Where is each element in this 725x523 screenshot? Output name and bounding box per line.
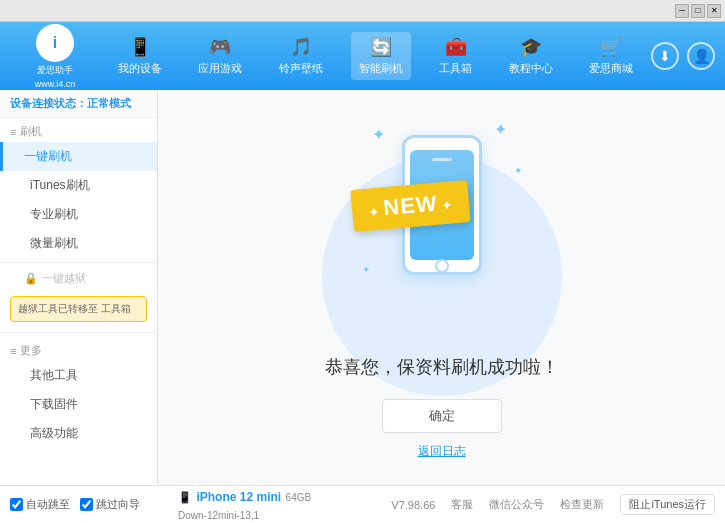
nav-right-controls: ⬇ 👤 <box>651 42 715 70</box>
star-icon-1: ✦ <box>372 125 385 144</box>
bottom-bar: 自动跳至 跳过向导 📱 iPhone 12 mini 64GB Down-12m… <box>0 485 725 523</box>
close-button[interactable]: ✕ <box>707 4 721 18</box>
bottom-left: 自动跳至 跳过向导 <box>10 497 168 512</box>
micro-flash-label: 微量刷机 <box>30 236 78 250</box>
skip-wizard-check[interactable] <box>80 498 93 511</box>
pro-flash-label: 专业刷机 <box>30 207 78 221</box>
device-icon: 📱 <box>178 491 192 503</box>
nav-tutorial-label: 教程中心 <box>509 61 553 76</box>
logo-symbol: i <box>53 34 57 52</box>
nav-tutorial[interactable]: 🎓 教程中心 <box>501 32 561 80</box>
maximize-button[interactable]: □ <box>691 4 705 18</box>
device-info: 📱 iPhone 12 mini 64GB Down-12mini-13,1 <box>168 487 391 523</box>
status-value: 正常模式 <box>87 97 131 109</box>
main-content: ✦ ✦ ✦ ✦ NEW 恭喜您，保资料刷机成功啦！ 确定 返回日志 <box>158 90 725 485</box>
sidebar-item-advanced[interactable]: 高级功能 <box>0 419 157 448</box>
content-area: 设备连接状态：正常模式 ≡ 刷机 一键刷机 iTunes刷机 专业刷机 微量刷机 <box>0 90 725 485</box>
section-more-icon: ≡ <box>10 345 16 357</box>
nav-store-label: 爱思商城 <box>589 61 633 76</box>
nav-apps-games[interactable]: 🎮 应用游戏 <box>190 32 250 80</box>
jailbreak-notice-text: 越狱工具已转移至 工具箱 <box>18 303 131 314</box>
customer-service-link[interactable]: 客服 <box>451 497 473 512</box>
jailbreak-label: 一键越狱 <box>42 271 86 286</box>
top-nav: i 爱思助手 www.i4.cn 📱 我的设备 🎮 应用游戏 🎵 铃声壁纸 🔄 … <box>0 22 725 90</box>
logo-url: www.i4.cn <box>35 79 76 89</box>
smart-flash-icon: 🔄 <box>370 36 392 58</box>
success-message: 恭喜您，保资料刷机成功啦！ <box>325 355 559 379</box>
back-log-link[interactable]: 返回日志 <box>418 443 466 460</box>
star-icon-2: ✦ <box>494 120 507 139</box>
sidebar: 设备连接状态：正常模式 ≡ 刷机 一键刷机 iTunes刷机 专业刷机 微量刷机 <box>0 90 158 485</box>
auto-jump-check[interactable] <box>10 498 23 511</box>
nav-toolbox[interactable]: 🧰 工具箱 <box>431 32 480 80</box>
phone-home-button <box>435 259 449 273</box>
store-icon: 🛒 <box>600 36 622 58</box>
sidebar-item-pro-flash[interactable]: 专业刷机 <box>0 200 157 229</box>
user-button[interactable]: 👤 <box>687 42 715 70</box>
star-icon-3: ✦ <box>514 165 522 176</box>
nav-toolbox-label: 工具箱 <box>439 61 472 76</box>
one-click-flash-label: 一键刷机 <box>24 149 72 163</box>
nav-ringtones-label: 铃声壁纸 <box>279 61 323 76</box>
sidebar-section-flash: ≡ 刷机 <box>0 118 157 142</box>
auto-jump-checkbox[interactable]: 自动跳至 <box>10 497 70 512</box>
check-update-link[interactable]: 检查更新 <box>560 497 604 512</box>
sidebar-section-jailbreak: 🔒 一键越狱 <box>0 267 157 290</box>
nav-my-device-label: 我的设备 <box>118 61 162 76</box>
divider-1 <box>0 262 157 263</box>
status-label: 设备连接状态： <box>10 97 87 109</box>
download-firmware-label: 下载固件 <box>30 397 78 411</box>
sidebar-item-one-click-flash[interactable]: 一键刷机 <box>0 142 157 171</box>
divider-2 <box>0 332 157 333</box>
bottom-right: V7.98.66 客服 微信公众号 检查更新 阻止iTunes运行 <box>391 494 715 515</box>
wechat-link[interactable]: 微信公众号 <box>489 497 544 512</box>
other-tools-label: 其他工具 <box>30 368 78 382</box>
jailbreak-notice: 越狱工具已转移至 工具箱 <box>10 296 147 322</box>
success-panel: ✦ ✦ ✦ ✦ NEW 恭喜您，保资料刷机成功啦！ 确定 返回日志 <box>325 115 559 460</box>
section-flash-icon: ≡ <box>10 126 16 138</box>
version-label: V7.98.66 <box>391 499 435 511</box>
sidebar-item-download-firmware[interactable]: 下载固件 <box>0 390 157 419</box>
sidebar-item-other-tools[interactable]: 其他工具 <box>0 361 157 390</box>
logo-name: 爱思助手 <box>37 64 73 77</box>
device-name: iPhone 12 mini <box>196 490 281 504</box>
star-icon-4: ✦ <box>362 264 370 275</box>
ringtones-icon: 🎵 <box>290 36 312 58</box>
section-more-title: 更多 <box>20 343 42 358</box>
window-controls: ─ □ ✕ <box>675 4 721 18</box>
nav-ringtones[interactable]: 🎵 铃声壁纸 <box>271 32 331 80</box>
nav-smart-flash[interactable]: 🔄 智能刷机 <box>351 32 411 80</box>
section-flash-title: 刷机 <box>20 124 42 139</box>
skip-wizard-checkbox[interactable]: 跳过向导 <box>80 497 140 512</box>
sidebar-item-micro-flash[interactable]: 微量刷机 <box>0 229 157 258</box>
skip-wizard-label: 跳过向导 <box>96 497 140 512</box>
sidebar-item-itunes-flash[interactable]: iTunes刷机 <box>0 171 157 200</box>
logo-area: i 爱思助手 www.i4.cn <box>10 24 100 89</box>
app-container: i 爱思助手 www.i4.cn 📱 我的设备 🎮 应用游戏 🎵 铃声壁纸 🔄 … <box>0 22 725 523</box>
stop-itunes-button[interactable]: 阻止iTunes运行 <box>620 494 715 515</box>
success-illustration: ✦ ✦ ✦ ✦ NEW <box>342 115 542 335</box>
nav-apps-games-label: 应用游戏 <box>198 61 242 76</box>
device-storage: 64GB <box>286 492 312 503</box>
lock-icon: 🔒 <box>24 272 38 285</box>
device-model: Down-12mini-13,1 <box>178 510 259 521</box>
sidebar-section-more: ≡ 更多 <box>0 337 157 361</box>
minimize-button[interactable]: ─ <box>675 4 689 18</box>
my-device-icon: 📱 <box>129 36 151 58</box>
advanced-label: 高级功能 <box>30 426 78 440</box>
nav-items: 📱 我的设备 🎮 应用游戏 🎵 铃声壁纸 🔄 智能刷机 🧰 工具箱 🎓 <box>100 32 651 80</box>
itunes-flash-label: iTunes刷机 <box>30 178 90 192</box>
logo-icon: i <box>36 24 74 62</box>
connection-status: 设备连接状态：正常模式 <box>0 90 157 118</box>
nav-my-device[interactable]: 📱 我的设备 <box>110 32 170 80</box>
toolbox-icon: 🧰 <box>445 36 467 58</box>
nav-smart-flash-label: 智能刷机 <box>359 61 403 76</box>
title-bar: ─ □ ✕ <box>0 0 725 22</box>
auto-jump-label: 自动跳至 <box>26 497 70 512</box>
apps-games-icon: 🎮 <box>209 36 231 58</box>
tutorial-icon: 🎓 <box>520 36 542 58</box>
confirm-button[interactable]: 确定 <box>382 399 502 433</box>
download-button[interactable]: ⬇ <box>651 42 679 70</box>
nav-store[interactable]: 🛒 爱思商城 <box>581 32 641 80</box>
